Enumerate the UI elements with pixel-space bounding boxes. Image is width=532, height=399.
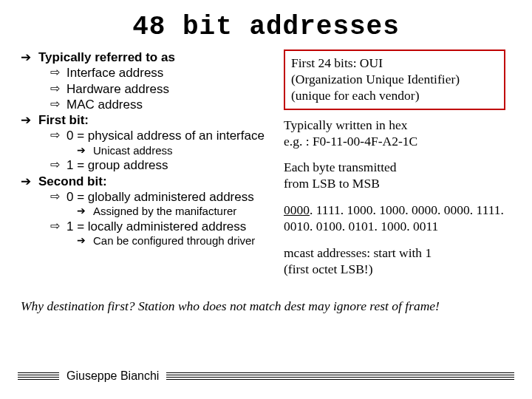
box-line: First 24 bits: OUI	[291, 55, 498, 72]
arrow-right-icon: ➔	[21, 174, 34, 189]
arrow-outline-icon: ⇨	[50, 219, 64, 233]
right-paragraph: Each byte transmitted from LSB to MSB	[284, 160, 505, 192]
arrow-small-icon: ➔	[77, 234, 90, 248]
text-line: mcast addresses: start with 1	[284, 245, 505, 262]
bullet-subitem: Unicast address	[93, 144, 173, 158]
box-line: (unique for each vendor)	[291, 88, 498, 104]
arrow-small-icon: ➔	[77, 144, 90, 157]
bullet-item: 1 = group address	[66, 157, 168, 173]
slide-title: 48 bit addresses	[21, 12, 511, 42]
bullet-head: Typically referred to as	[38, 50, 175, 65]
footer-question: Why destination first? Station who does …	[21, 299, 511, 314]
bullet-subitem: Can be configured through driver	[93, 234, 255, 248]
bits-underlined: 0000	[284, 202, 310, 217]
arrow-right-icon: ➔	[21, 112, 34, 128]
text-line: e.g. : F0-11-00-4F-A2-1C	[284, 134, 505, 150]
text-line: (first octet LSB!)	[284, 262, 505, 278]
arrow-outline-icon: ⇨	[50, 189, 64, 204]
bullet-item: MAC address	[66, 97, 143, 112]
bullet-item: 1 = locally administered address	[66, 219, 246, 234]
bullet-item: 0 = globally administered address	[66, 189, 254, 205]
right-paragraph: Typically written in hex e.g. : F0-11-00…	[284, 117, 505, 150]
text-line: Each byte transmitted	[284, 160, 505, 176]
arrow-right-icon: ➔	[21, 50, 34, 65]
rule-lines-icon	[166, 372, 514, 380]
bullet-subitem: Assigned by the manifacturer	[93, 205, 236, 219]
callout-box: First 24 bits: OUI (Organization Unique …	[284, 50, 505, 110]
left-column: ➔Typically referred to as ⇨Interface add…	[21, 50, 279, 248]
arrow-outline-icon: ⇨	[50, 128, 64, 143]
footer-author-bar: Giuseppe Bianchi	[18, 369, 514, 383]
right-paragraph: 0000. 1111. 1000. 1000. 0000. 0000. 1111…	[284, 202, 505, 235]
text-line: Typically written in hex	[284, 117, 505, 134]
arrow-outline-icon: ⇨	[50, 97, 64, 112]
rule-lines-icon	[18, 372, 59, 380]
bullet-item: Hardware address	[66, 81, 169, 97]
arrow-outline-icon: ⇨	[50, 81, 64, 96]
arrow-outline-icon: ⇨	[50, 157, 64, 172]
bullet-head: Second bit:	[38, 174, 107, 189]
bullet-head: First bit:	[38, 112, 89, 128]
arrow-small-icon: ➔	[77, 205, 90, 218]
author-name: Giuseppe Bianchi	[66, 369, 159, 383]
bullet-item: Interface address	[66, 65, 163, 81]
arrow-outline-icon: ⇨	[50, 65, 64, 80]
right-paragraph: mcast addresses: start with 1 (first oct…	[284, 245, 505, 278]
bullet-item: 0 = physical address of an interface	[66, 128, 265, 143]
bits-rest: . 1111. 1000. 1000. 0000. 0000. 1111. 00…	[284, 202, 504, 233]
box-line: (Organization Unique Identifier)	[291, 72, 498, 88]
right-column: First 24 bits: OUI (Organization Unique …	[284, 50, 505, 288]
text-line: from LSB to MSB	[284, 176, 505, 192]
